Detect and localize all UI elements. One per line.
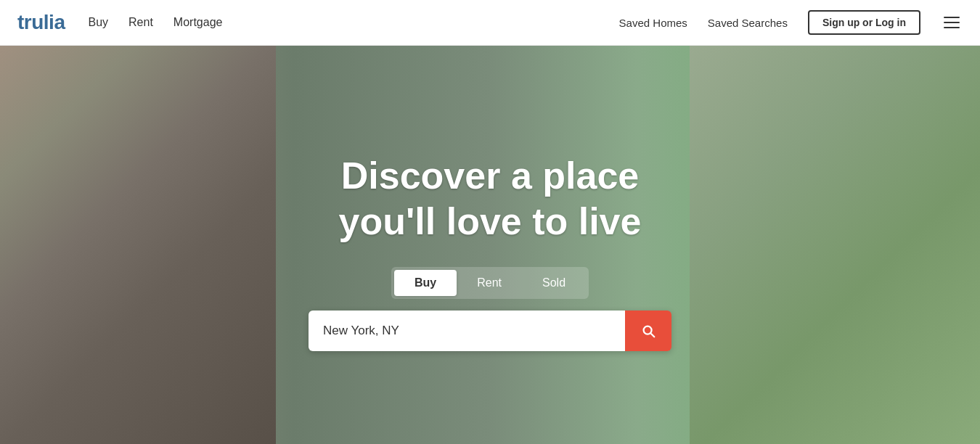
search-button[interactable] — [625, 311, 671, 351]
hamburger-line-2 — [944, 22, 960, 23]
tab-buy[interactable]: Buy — [394, 270, 457, 296]
navbar: trulia Buy Rent Mortgage Saved Homes Sav… — [0, 0, 980, 46]
nav-right: Saved Homes Saved Searches Sign up or Lo… — [619, 10, 963, 35]
hero-section: Discover a place you'll love to live Buy… — [0, 46, 980, 444]
search-tabs: Buy Rent Sold — [391, 267, 589, 299]
hero-title: Discover a place you'll love to live — [339, 153, 642, 244]
logo-text: trulia — [17, 11, 65, 33]
saved-searches-link[interactable]: Saved Searches — [708, 17, 788, 29]
hamburger-line-1 — [944, 17, 960, 18]
hamburger-line-3 — [944, 27, 960, 28]
hero-content: Discover a place you'll love to live Buy… — [0, 46, 980, 444]
tab-rent[interactable]: Rent — [457, 270, 522, 296]
search-input[interactable] — [309, 311, 625, 351]
nav-rent[interactable]: Rent — [128, 16, 153, 29]
signup-button[interactable]: Sign up or Log in — [808, 10, 920, 35]
nav-links: Buy Rent Mortgage — [88, 16, 618, 29]
tab-sold[interactable]: Sold — [522, 270, 586, 296]
hero-title-line2: you'll love to live — [339, 200, 642, 242]
logo[interactable]: trulia — [17, 11, 65, 34]
saved-homes-link[interactable]: Saved Homes — [619, 17, 687, 29]
search-icon — [640, 323, 656, 339]
hero-title-line1: Discover a place — [341, 155, 639, 197]
nav-buy[interactable]: Buy — [88, 16, 108, 29]
search-bar — [309, 311, 671, 351]
hamburger-menu-button[interactable] — [941, 14, 963, 31]
nav-mortgage[interactable]: Mortgage — [173, 16, 223, 29]
